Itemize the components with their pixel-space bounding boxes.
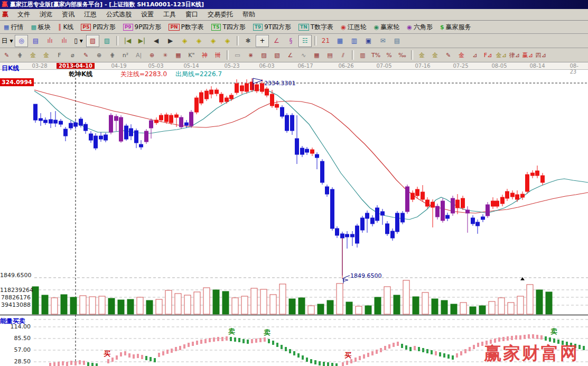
candle-body[interactable] — [34, 104, 38, 120]
angle-f-tool[interactable]: F⊿ — [482, 50, 494, 61]
k-quote-tool[interactable]: K" — [185, 50, 198, 61]
candle-body[interactable] — [366, 213, 369, 218]
volume-bar[interactable] — [165, 290, 172, 314]
t-number-table-button[interactable]: TNT数字表 — [297, 22, 335, 32]
crosshair-tool-button[interactable]: + — [256, 35, 269, 47]
volume-bar[interactable] — [194, 292, 200, 314]
volume-bar[interactable] — [175, 294, 181, 314]
angle-line-tool[interactable]: ∠ — [284, 50, 296, 61]
candle-body[interactable] — [205, 91, 209, 99]
candle-body[interactable] — [411, 193, 415, 199]
candle-body[interactable] — [491, 201, 495, 206]
volume-bar[interactable] — [422, 292, 428, 314]
volume-bar[interactable] — [156, 299, 162, 314]
hexagon-button[interactable]: ◉六角形 — [405, 22, 434, 32]
notes-button[interactable]: ▥ — [348, 35, 361, 47]
parallel-lines-tool[interactable]: ⫽ — [337, 50, 349, 61]
menu-item-帮助[interactable]: 帮助 — [238, 10, 260, 19]
candle-body[interactable] — [416, 189, 419, 196]
candle-body[interactable] — [230, 95, 234, 99]
volume-bar[interactable] — [394, 295, 400, 314]
candle-body[interactable] — [521, 194, 525, 197]
candle-body[interactable] — [376, 208, 379, 221]
candle-body[interactable] — [526, 175, 529, 191]
volume-bar[interactable] — [489, 301, 495, 314]
candle-body[interactable] — [481, 217, 485, 219]
volume-bar[interactable] — [127, 299, 134, 314]
candle-body[interactable] — [165, 115, 169, 122]
circle3-tool[interactable]: ⊕ — [93, 50, 105, 61]
volume-bar[interactable] — [441, 300, 447, 314]
candle-body[interactable] — [346, 234, 349, 237]
candle-body[interactable] — [356, 226, 359, 243]
hand-tool-button[interactable]: ✱ — [241, 35, 255, 47]
volume-bar[interactable] — [184, 295, 191, 314]
candle-body[interactable] — [160, 115, 163, 120]
candle-body[interactable] — [260, 84, 264, 92]
candle-body[interactable] — [275, 104, 279, 107]
candle-body[interactable] — [190, 112, 193, 126]
volume-bar[interactable] — [517, 296, 524, 314]
angle-four-tool[interactable]: 四⊿ — [535, 50, 547, 61]
percent-t-tool[interactable]: T% — [370, 50, 382, 61]
volume-bar[interactable] — [146, 300, 153, 314]
gold-pen-tool[interactable]: ✎ — [442, 50, 454, 61]
coil-tool[interactable]: ⌀ — [67, 50, 79, 61]
candle-body[interactable] — [69, 123, 73, 128]
candle-body[interactable] — [531, 173, 535, 176]
candle-body[interactable] — [115, 116, 118, 121]
volume-bar[interactable] — [108, 298, 115, 314]
percent-line-tool[interactable]: ‰ — [396, 50, 408, 61]
volume-bar[interactable] — [460, 303, 466, 314]
candle-body[interactable] — [436, 206, 440, 217]
bars9-button[interactable]: ılı — [58, 35, 71, 47]
candle-body[interactable] — [536, 171, 539, 176]
candle-body[interactable] — [401, 213, 405, 222]
volume-bar[interactable] — [375, 297, 381, 314]
volume-bar[interactable] — [384, 287, 390, 314]
menu-item-工具[interactable]: 工具 — [158, 10, 181, 19]
candle-body[interactable] — [59, 121, 63, 124]
candle-body[interactable] — [476, 222, 480, 226]
gold-ruler-1-tool[interactable]: 金 — [27, 50, 39, 61]
next-button[interactable]: ▶ — [164, 35, 177, 47]
volume-bar[interactable] — [137, 297, 143, 314]
pen2-tool[interactable]: ✎ — [80, 50, 92, 61]
candle-body[interactable] — [335, 228, 339, 235]
zigzag-tool[interactable]: ∿ — [297, 50, 310, 61]
ruler2-tool[interactable]: ⋕ — [106, 50, 118, 61]
shaded-box-tool[interactable]: ▨ — [258, 50, 270, 61]
fan-box-tool[interactable]: ▧ — [271, 50, 283, 61]
percent-tool[interactable]: % — [383, 50, 395, 61]
export-button[interactable]: ✉ — [376, 35, 389, 47]
candle-body[interactable] — [381, 212, 385, 215]
angle-j-tool[interactable]: ⊿ — [469, 50, 481, 61]
candle-body[interactable] — [84, 124, 88, 131]
volume-bar[interactable] — [118, 300, 124, 314]
menu-item-交易委托[interactable]: 交易委托 — [203, 10, 238, 19]
menu-item-江恩[interactable]: 江恩 — [79, 10, 101, 19]
volume-bar[interactable] — [70, 297, 77, 314]
volume-bar[interactable] — [213, 290, 219, 314]
candle-body[interactable] — [361, 218, 365, 230]
volume-bar[interactable] — [99, 296, 105, 314]
candle-body[interactable] — [471, 218, 475, 224]
volume-bar[interactable] — [337, 283, 343, 314]
candle-body[interactable] — [180, 117, 183, 127]
sectors-button[interactable]: ▩板块 — [29, 22, 52, 32]
candle-body[interactable] — [506, 191, 509, 198]
menu-item-文件[interactable]: 文件 — [13, 10, 35, 19]
prev-button[interactable]: ◀ — [150, 35, 163, 47]
candle-body[interactable] — [516, 195, 519, 199]
candle-body[interactable] — [109, 115, 113, 132]
candle-body[interactable] — [321, 161, 324, 182]
n2-ruler-tool[interactable]: n² — [119, 50, 132, 61]
color-chart-button[interactable]: ▨ — [100, 35, 114, 47]
volume-bar[interactable] — [61, 295, 67, 314]
candle-body[interactable] — [285, 115, 289, 131]
candle-body[interactable] — [170, 115, 173, 123]
star-grid-tool[interactable]: ✳ — [159, 50, 171, 61]
candle-body[interactable] — [54, 120, 58, 123]
gold-ruler-2-tool[interactable]: 金 — [40, 50, 52, 61]
candle-style-dropdown[interactable]: ▯ ▾ — [72, 35, 85, 47]
